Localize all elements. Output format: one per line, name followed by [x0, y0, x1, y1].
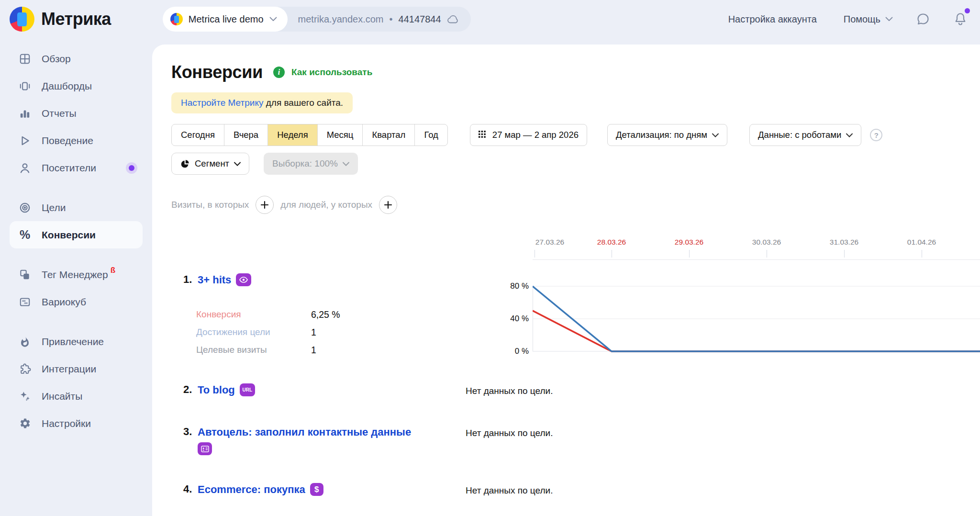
variocube-icon [18, 296, 32, 308]
logo-text: Метрика [41, 9, 111, 29]
counter-separator: • [390, 14, 393, 25]
axis-tick [612, 250, 612, 258]
goal-trend-chart: 80 % 40 % 0 % [466, 273, 980, 360]
counter-group: Metrica live demo metrika.yandex.com • 4… [163, 7, 471, 32]
main-panel: Конверсии i Как использовать Настройте М… [152, 45, 980, 516]
sidebar-item-variocube[interactable]: Вариокуб [10, 288, 143, 315]
person-icon [18, 162, 32, 174]
tab-week[interactable]: Неделя [267, 124, 317, 146]
account-settings-link[interactable]: Настройка аккаунта [728, 14, 817, 25]
goal-number: 4. [183, 483, 198, 495]
sidebar-item-reports[interactable]: Отчеты [10, 100, 143, 127]
axis-tick [535, 250, 535, 258]
retargeting-eye-badge [236, 273, 251, 286]
topbar-right: Настройка аккаунта Помощь [728, 11, 968, 27]
tab-quarter[interactable]: Квартал [362, 124, 414, 146]
sidebar-item-visitors[interactable]: Посетители [10, 154, 143, 181]
period-tab-group: Сегодня Вчера Неделя Месяц Квартал Год [171, 124, 448, 146]
goals-section: 27.03.26 28.03.26 29.03.26 30.03.26 31.0… [171, 238, 980, 496]
counter-meta: metrika.yandex.com • 44147844 [288, 14, 471, 25]
goal-number: 2. [183, 383, 198, 396]
chat-button[interactable] [916, 12, 930, 26]
ecommerce-dollar-badge: $ [310, 483, 323, 496]
pie-chart-icon [180, 159, 190, 169]
sidebar-item-integrations[interactable]: Интеграции [10, 355, 143, 382]
goal-row-4: 4. Ecommerce: покупка $ Нет данных по це… [171, 483, 980, 496]
goal-link-3-hits[interactable]: 3+ hits [198, 273, 231, 287]
flame-icon [18, 336, 32, 348]
sidebar-item-dashboards[interactable]: Дашборды [10, 72, 143, 100]
setup-metrica-link[interactable]: Настройте Метрику [181, 98, 263, 108]
sidebar-item-overview[interactable]: Обзор [10, 45, 143, 72]
setup-banner: Настройте Метрику для вашего сайта. [171, 92, 353, 113]
sidebar-item-goals[interactable]: Цели [10, 194, 143, 221]
sidebar-item-behavior[interactable]: Поведение [10, 127, 143, 154]
goal-number: 1. [183, 273, 198, 286]
sidebar-item-tag-manager[interactable]: Тег Менеджер ß [10, 261, 143, 288]
help-menu[interactable]: Помощь [844, 14, 893, 25]
notifications-button[interactable] [953, 11, 968, 27]
axis-date: 30.03.26 [752, 238, 781, 247]
chevron-down-icon [885, 17, 893, 22]
goal-link-autogoal-contacts[interactable]: Автоцель: заполнил контактные данные [198, 426, 411, 439]
goal-number: 3. [183, 426, 198, 438]
no-data-text: Нет данных по цели. [466, 383, 980, 397]
filter-row: Визиты, в которых для людей, у которых [171, 196, 980, 214]
filter-people-label: для людей, у которых [280, 200, 372, 210]
no-data-text: Нет данных по цели. [466, 426, 980, 456]
visitors-online-dot [129, 165, 134, 171]
axis-date: 27.03.26 [535, 238, 564, 247]
metrica-logo[interactable]: Метрика [10, 7, 111, 32]
chart-date-axis: 27.03.26 28.03.26 29.03.26 30.03.26 31.0… [533, 238, 980, 260]
goal-link-to-blog[interactable]: To blog [198, 383, 235, 397]
dashboards-icon [18, 80, 32, 92]
target-icon [18, 202, 32, 214]
goal-metrics: Конверсия 6,25 % Достижения цели 1 Целев… [196, 306, 466, 359]
date-range-button[interactable]: 27 мар — 2 апр 2026 [470, 124, 587, 146]
counter-name: Metrica live demo [189, 14, 264, 25]
sidebar-item-conversions[interactable]: % Конверсии [10, 221, 143, 248]
play-icon [18, 135, 32, 147]
chevron-down-icon [343, 162, 349, 166]
counter-domain: metrika.yandex.com [298, 14, 384, 25]
gear-icon [18, 417, 32, 429]
axis-date: 31.03.26 [830, 238, 858, 247]
beta-badge: ß [111, 266, 115, 275]
y-axis-label: 40 % [510, 314, 529, 324]
detail-dropdown[interactable]: Детализация: по дням [607, 124, 727, 146]
tab-month[interactable]: Месяц [317, 124, 363, 146]
date-range-value: 27 мар — 2 апр 2026 [492, 130, 579, 140]
chevron-down-icon [712, 133, 719, 137]
url-goal-badge: URL [240, 383, 255, 396]
robots-help-icon[interactable]: ? [870, 129, 882, 141]
tab-year[interactable]: Год [414, 124, 447, 146]
help-label: Помощь [844, 14, 880, 25]
sidebar-item-acquisition[interactable]: Привлечение [10, 328, 143, 355]
chat-icon [916, 12, 930, 26]
contact-form-badge [198, 442, 212, 455]
axis-tick [767, 250, 767, 258]
tab-today[interactable]: Сегодня [172, 124, 224, 146]
axis-tick [922, 250, 922, 258]
sampling-dropdown[interactable]: Выборка: 100% [264, 153, 358, 175]
no-data-text: Нет данных по цели. [466, 483, 980, 496]
how-to-use-link[interactable]: Как использовать [291, 67, 372, 78]
axis-date: 29.03.26 [675, 238, 703, 247]
add-people-filter-button[interactable] [379, 196, 397, 214]
tab-yesterday[interactable]: Вчера [224, 124, 267, 146]
sidebar-item-insights[interactable]: Инсайты [10, 382, 143, 410]
data-mode-dropdown[interactable]: Данные: с роботами [749, 124, 861, 146]
tag-manager-icon [18, 269, 32, 281]
metric-conversion: Конверсия 6,25 % [196, 306, 466, 324]
add-visit-filter-button[interactable] [256, 196, 274, 214]
segment-button[interactable]: Сегмент [171, 153, 249, 175]
controls-row: Сегодня Вчера Неделя Месяц Квартал Год 2… [171, 124, 980, 146]
info-icon: i [273, 67, 285, 78]
counter-logo-icon [170, 13, 183, 25]
puzzle-icon [18, 363, 32, 375]
metric-goal-reaches: Достижения цели 1 [196, 324, 466, 341]
counter-switcher[interactable]: Metrica live demo [163, 7, 288, 32]
sidebar-item-settings[interactable]: Настройки [10, 410, 143, 437]
chevron-down-icon [234, 162, 241, 166]
goal-link-ecommerce-purchase[interactable]: Ecommerce: покупка [198, 483, 305, 496]
